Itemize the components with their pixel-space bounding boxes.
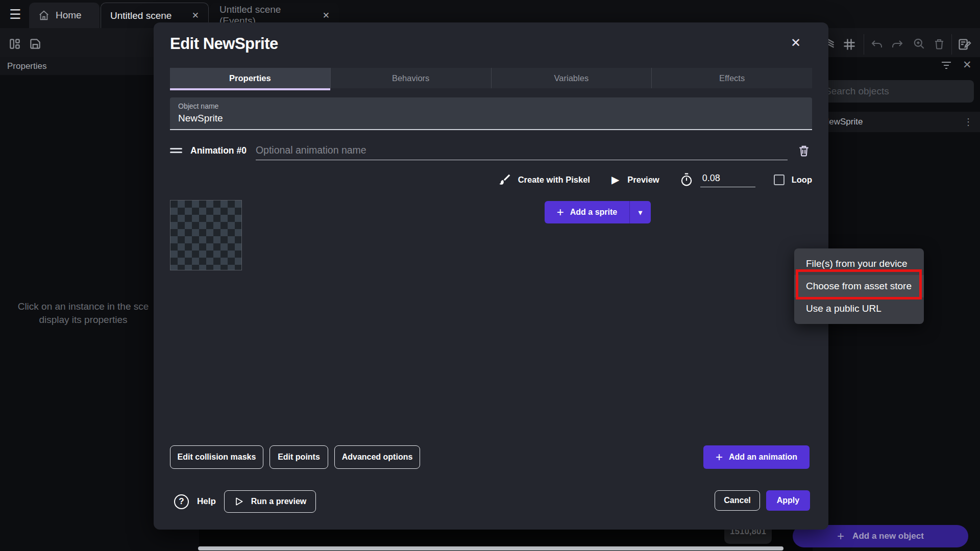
- menu-item-use-public-url[interactable]: Use a public URL: [794, 297, 924, 320]
- panel-close-icon[interactable]: ✕: [963, 59, 972, 71]
- gdevelop-app: ☰ Home Untitled scene ✕ Untitled scene (…: [0, 0, 980, 551]
- chevron-down-icon: ▾: [638, 208, 642, 217]
- search-objects-input[interactable]: Search objects: [817, 80, 974, 103]
- zoom-in-icon[interactable]: [913, 37, 926, 51]
- edit-collision-masks-button[interactable]: Edit collision masks: [170, 445, 263, 469]
- play-outline-icon: [234, 496, 244, 507]
- add-sprite-split-button: + Add a sprite ▾: [545, 201, 651, 223]
- edit-scene-sheet-icon[interactable]: [958, 37, 972, 52]
- dialog-close-icon[interactable]: ✕: [787, 34, 805, 52]
- tab-scene-label: Untitled scene: [110, 10, 172, 21]
- grid-icon[interactable]: [842, 37, 856, 52]
- kebab-menu-icon[interactable]: ⋮: [964, 116, 973, 128]
- object-name-value: NewSprite: [178, 113, 804, 124]
- tab-home[interactable]: Home: [29, 3, 100, 28]
- dialog-tab-variables[interactable]: Variables: [492, 68, 652, 88]
- delete-animation-icon[interactable]: [796, 142, 812, 159]
- create-with-piskel-button[interactable]: Create with Piskel: [518, 175, 590, 185]
- apply-button[interactable]: Apply: [766, 490, 810, 511]
- animation-name-placeholder: Optional animation name: [256, 144, 366, 156]
- hamburger-menu-icon[interactable]: ☰: [5, 6, 26, 22]
- toolbar-divider: [864, 34, 864, 55]
- advanced-options-button[interactable]: Advanced options: [334, 445, 420, 469]
- left-panel-title: Properties: [7, 61, 46, 71]
- empty-properties-message: Click on an instance in the sce display …: [9, 300, 157, 327]
- home-icon: [38, 10, 50, 21]
- object-list-item-newsprite[interactable]: NewSprite ⋮: [813, 112, 980, 132]
- loop-checkbox[interactable]: [774, 174, 785, 185]
- horizontal-scrollbar[interactable]: [198, 546, 783, 550]
- loop-label: Loop: [792, 175, 812, 185]
- frame-duration-input[interactable]: 0.08: [700, 172, 755, 187]
- animation-controls: Create with Piskel ▶ Preview 0.08 Loop: [475, 169, 812, 190]
- tab-close-icon[interactable]: ✕: [192, 10, 199, 21]
- tab-home-label: Home: [56, 10, 82, 21]
- menu-item-files-from-device[interactable]: File(s) from your device: [794, 253, 924, 275]
- object-name-label: Object name: [178, 102, 804, 110]
- animation-name-label: Animation #0: [190, 145, 247, 156]
- preview-button[interactable]: Preview: [627, 175, 659, 185]
- dialog-tab-properties[interactable]: Properties: [170, 68, 331, 88]
- drag-handle-icon[interactable]: [170, 146, 182, 155]
- dialog-title: Edit NewSprite: [170, 35, 278, 53]
- add-sprite-menu: File(s) from your device Choose from ass…: [794, 248, 924, 324]
- add-sprite-button[interactable]: + Add a sprite: [545, 201, 629, 223]
- run-preview-button[interactable]: Run a preview: [224, 490, 316, 513]
- dialog-tab-effects[interactable]: Effects: [652, 68, 812, 88]
- save-icon[interactable]: [29, 37, 42, 51]
- add-animation-button[interactable]: + Add an animation: [703, 445, 810, 469]
- search-placeholder: Search objects: [825, 86, 889, 97]
- tab-close-icon[interactable]: ✕: [323, 10, 330, 21]
- filter-icon[interactable]: [940, 60, 952, 70]
- edit-points-button[interactable]: Edit points: [270, 445, 328, 469]
- animation-name-input[interactable]: Optional animation name: [256, 141, 788, 160]
- menu-item-choose-from-asset-store[interactable]: Choose from asset store: [794, 275, 924, 297]
- help-icon: ?: [174, 494, 189, 509]
- redo-icon[interactable]: [891, 38, 904, 51]
- piskel-brush-icon: [498, 173, 511, 186]
- object-name-field[interactable]: Object name NewSprite: [170, 97, 812, 130]
- dialog-tab-behaviors[interactable]: Behaviors: [331, 68, 492, 88]
- object-item-label: NewSprite: [823, 117, 863, 127]
- undo-icon[interactable]: [870, 38, 884, 51]
- toolbar-divider: [951, 34, 952, 55]
- add-sprite-dropdown-toggle[interactable]: ▾: [629, 201, 651, 223]
- sprite-frame-placeholder[interactable]: [170, 200, 242, 270]
- dialog-tabs: Properties Behaviors Variables Effects: [170, 68, 812, 88]
- help-button[interactable]: ? Help: [174, 490, 216, 513]
- cancel-button[interactable]: Cancel: [715, 490, 760, 511]
- edit-sprite-dialog: Edit NewSprite ✕ Properties Behaviors Va…: [154, 22, 828, 530]
- stopwatch-icon: [680, 172, 693, 187]
- layout-panels-icon[interactable]: [8, 37, 21, 51]
- trash-icon[interactable]: [933, 37, 945, 51]
- animation-row: Animation #0 Optional animation name: [170, 140, 812, 161]
- play-icon: ▶: [611, 173, 619, 186]
